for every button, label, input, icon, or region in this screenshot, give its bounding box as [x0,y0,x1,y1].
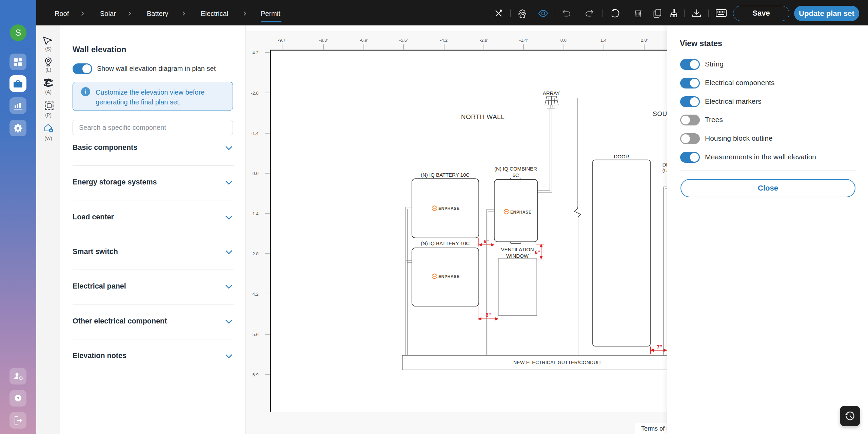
svg-text:ENPHASE: ENPHASE [510,210,531,215]
svg-text:ARRAY: ARRAY [543,90,560,96]
svg-text:(U: (U [663,167,668,173]
svg-text:5.6': 5.6' [252,332,259,337]
svg-text:-8.3': -8.3' [319,38,328,43]
svg-text:0.0': 0.0' [560,38,568,43]
svg-text:?: ? [16,395,19,401]
svg-text:NORTH WALL: NORTH WALL [461,113,505,120]
svg-text:-2.8': -2.8' [251,91,259,96]
svg-text:-5.6': -5.6' [399,38,408,43]
svg-text:(N) IQ BATTERY 10C: (N) IQ BATTERY 10C [421,172,470,178]
svg-text:1.4': 1.4' [252,211,259,216]
svg-text:7": 7" [657,344,662,350]
svg-text:6C: 6C [512,172,519,178]
svg-text:-2.8': -2.8' [480,38,488,43]
svg-text:1.4': 1.4' [600,38,608,43]
svg-text:4.2': 4.2' [252,292,259,297]
svg-text:DOOR: DOOR [614,154,629,159]
svg-text:0.0': 0.0' [252,171,259,176]
svg-text:VENTILATION: VENTILATION [501,246,534,252]
svg-text:ENPHASE: ENPHASE [438,274,459,279]
svg-text:(N) IQ COMBINER: (N) IQ COMBINER [494,166,537,172]
svg-text:NEW ELECTRICAL GUTTER/CONDUIT: NEW ELECTRICAL GUTTER/CONDUIT [513,360,601,365]
svg-text:2.8': 2.8' [641,38,648,43]
svg-text:ENPHASE: ENPHASE [438,206,459,211]
svg-text:6": 6" [484,238,489,244]
svg-text:6": 6" [535,249,540,255]
svg-text:(N) IQ BATTERY 10C: (N) IQ BATTERY 10C [421,240,470,246]
svg-text:-6.9': -6.9' [360,38,368,43]
svg-text:-1.4': -1.4' [519,38,528,43]
svg-text:-9.7': -9.7' [278,38,287,43]
svg-text:-4.2': -4.2' [440,38,449,43]
svg-text:WINDOW: WINDOW [506,253,529,259]
svg-text:2.8': 2.8' [252,251,259,256]
svg-text:6.9': 6.9' [252,372,259,377]
svg-text:8": 8" [486,312,491,318]
svg-text:-4.2': -4.2' [251,50,259,55]
svg-text:-1.4': -1.4' [251,131,259,136]
